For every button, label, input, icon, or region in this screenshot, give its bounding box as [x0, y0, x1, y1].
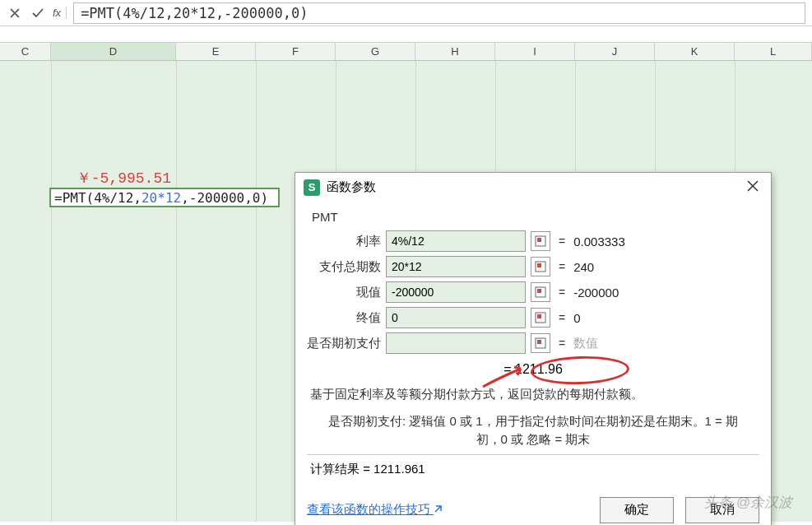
col-header[interactable]: G	[336, 43, 415, 60]
divider	[307, 454, 759, 455]
param-input-nper[interactable]	[386, 256, 526, 277]
col-header[interactable]: E	[176, 43, 256, 60]
cell-editor[interactable]: =PMT(4%/12,20*12,-200000,0)	[49, 188, 280, 207]
formula-bar: fx	[0, 0, 812, 26]
param-input-pv[interactable]	[386, 281, 526, 303]
param-row: 终值 = 0	[307, 307, 759, 328]
col-header[interactable]: J	[575, 43, 655, 60]
svg-rect-7	[537, 314, 541, 318]
function-name: PMT	[312, 210, 759, 224]
ok-button[interactable]: 确定	[600, 497, 674, 523]
range-picker-icon[interactable]	[531, 282, 550, 302]
arrow-annotation	[481, 364, 531, 388]
function-arguments-dialog: S 函数参数 PMT 利率 = 0.003333 支付总期数 = 240	[295, 172, 772, 525]
column-headers: C D E F G H I J K L	[0, 43, 812, 61]
param-label: 终值	[307, 310, 381, 326]
param-result: 数值	[573, 336, 598, 351]
formula-text: ,	[133, 190, 142, 206]
formula-text: 20*12	[142, 190, 181, 206]
equals-sign: =	[555, 286, 568, 299]
param-row: 现值 = -200000	[307, 281, 759, 303]
formula-accept-button[interactable]	[30, 5, 46, 21]
svg-rect-3	[537, 263, 541, 267]
watermark: 头条 @余汉波	[704, 493, 792, 512]
param-result: 240	[573, 260, 594, 274]
close-icon[interactable]	[743, 178, 763, 197]
fx-label[interactable]: fx	[53, 7, 67, 19]
col-header[interactable]: F	[256, 43, 336, 60]
dialog-titlebar[interactable]: S 函数参数	[295, 173, 771, 202]
col-header[interactable]: K	[655, 43, 735, 60]
help-link[interactable]: 查看该函数的操作技巧	[307, 502, 443, 518]
range-picker-icon[interactable]	[531, 308, 550, 328]
param-row: 支付总期数 = 240	[307, 256, 759, 277]
col-header[interactable]: I	[495, 43, 575, 60]
app-icon: S	[304, 179, 320, 196]
function-description: 基于固定利率及等额分期付款方式，返回贷款的每期付款额。	[310, 385, 756, 404]
param-help: 是否期初支付: 逻辑值 0 或 1，用于指定付款时间在期初还是在期末。1 = 期…	[310, 412, 756, 449]
param-label: 支付总期数	[307, 259, 381, 275]
param-row: 是否期初支付 = 数值	[307, 332, 759, 354]
formula-text: ,-200000,0)	[181, 190, 268, 206]
formula-text: 4%/12	[94, 190, 133, 206]
formula-cancel-button[interactable]	[7, 5, 23, 21]
param-input-fv[interactable]	[386, 307, 526, 328]
param-label: 利率	[307, 234, 381, 249]
spreadsheet-grid[interactable]: ￥-5,995.51 =PMT(4%/12,20*12,-200000,0) S…	[0, 61, 812, 522]
svg-rect-9	[537, 340, 541, 344]
param-label: 现值	[307, 285, 381, 300]
equals-sign: =	[555, 337, 568, 350]
param-input-rate[interactable]	[386, 230, 526, 252]
param-row: 利率 = 0.003333	[307, 230, 759, 252]
cell-value[interactable]: ￥-5,995.51	[51, 168, 176, 188]
formula-text: =PMT(	[54, 190, 94, 206]
equals-sign: =	[555, 260, 568, 273]
param-label: 是否期初支付	[307, 336, 381, 351]
range-picker-icon[interactable]	[531, 333, 550, 353]
formula-input[interactable]	[73, 2, 805, 24]
preview-result: = 1211.96	[307, 362, 759, 377]
col-header[interactable]: D	[51, 43, 176, 60]
col-header[interactable]: C	[0, 43, 51, 60]
dialog-title: 函数参数	[327, 179, 376, 195]
calc-result: 计算结果 = 1211.961	[310, 462, 756, 477]
circle-annotation	[530, 355, 629, 386]
equals-sign: =	[555, 311, 568, 324]
range-picker-icon[interactable]	[531, 231, 550, 251]
equals-sign: =	[555, 235, 568, 248]
dialog-footer: 查看该函数的操作技巧 确定 取消	[295, 490, 771, 526]
svg-rect-5	[537, 289, 541, 293]
range-picker-icon[interactable]	[531, 257, 550, 276]
svg-rect-1	[537, 238, 541, 242]
param-input-type[interactable]	[386, 332, 526, 354]
param-result: -200000	[573, 286, 619, 300]
col-header[interactable]: L	[735, 43, 812, 60]
param-result: 0.003333	[573, 235, 625, 249]
col-header[interactable]: H	[415, 43, 495, 60]
param-result: 0	[573, 311, 580, 325]
